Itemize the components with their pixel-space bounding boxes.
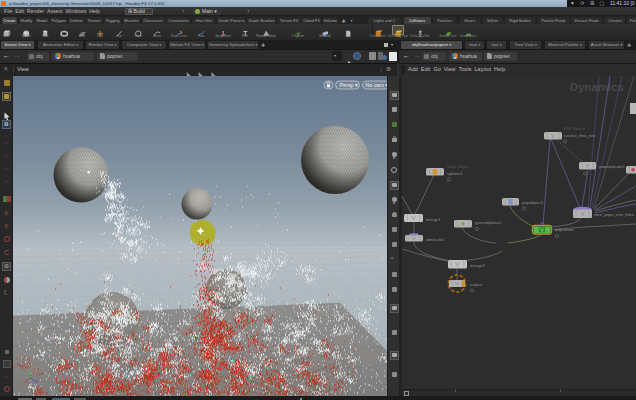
svg-text:POP Source: POP Source [564,127,585,131]
svg-text:wire_pops_into_here: wire_pops_into_here [594,212,635,217]
svg-text:Dynamics: Dynamics [570,81,624,93]
svg-text:No cam ▾: No cam ▾ [366,82,388,88]
svg-text:Static Object: Static Object [447,165,469,169]
svg-text:sphere1: sphere1 [447,171,463,176]
svg-text:merge2: merge2 [470,263,485,268]
svg-text:Persp ▾: Persp ▾ [340,82,359,88]
svg-text:popreplicate1: popreplicate1 [599,164,625,169]
svg-text:output: output [470,282,483,287]
svg-text:merge1: merge1 [426,217,441,222]
svg-text:popsolver: popsolver [555,227,574,232]
svg-text:source_first_inst: source_first_inst [564,133,596,138]
svg-text:groundplane1: groundplane1 [475,220,502,225]
svg-text:obstacle1: obstacle1 [426,237,445,242]
svg-text:popobject1: popobject1 [522,200,544,205]
